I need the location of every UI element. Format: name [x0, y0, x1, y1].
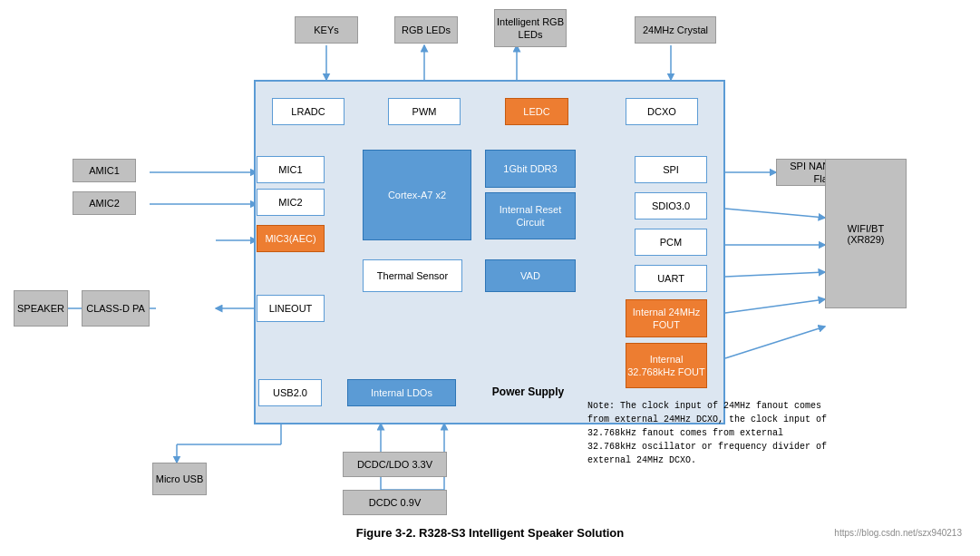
figure-caption: Figure 3-2. R328-S3 Intelligent Speaker … — [356, 526, 624, 540]
svg-line-21 — [725, 299, 825, 313]
note-text: Note: The clock input of 24MHz fanout co… — [587, 399, 832, 467]
url-text: https://blog.csdn.net/szx940213 — [834, 528, 962, 538]
svg-line-18 — [725, 209, 825, 218]
class-d-block: CLASS-D PA — [82, 290, 150, 327]
lradc-block: LRADC — [272, 98, 344, 125]
crystal-block: 24MHz Crystal — [635, 16, 716, 44]
dcdc-33-block: DCDC/LDO 3.3V — [343, 452, 447, 477]
int32-block: Internal 32.768kHz FOUT — [626, 343, 707, 388]
speaker-block: SPEAKER — [14, 290, 68, 327]
keys-block: KEYs — [295, 16, 358, 44]
sdio-block: SDIO3.0 — [635, 192, 707, 219]
svg-line-22 — [725, 327, 825, 358]
usb2-block: USB2.0 — [258, 379, 322, 406]
thermal-block: Thermal Sensor — [363, 259, 462, 292]
dcdc-09-block: DCDC 0.9V — [343, 490, 447, 515]
reset-block: Internal Reset Circuit — [485, 192, 576, 239]
cortex-block: Cortex-A7 x2 — [363, 150, 471, 240]
ledc-block: LEDC — [505, 98, 568, 125]
spi-block: SPI — [635, 156, 707, 183]
vad-block: VAD — [485, 259, 576, 292]
lineout-block: LINEOUT — [257, 295, 325, 322]
amic1-block: AMIC1 — [73, 159, 136, 182]
micro-usb-block: Micro USB — [152, 463, 207, 495]
dcxo-block: DCXO — [626, 98, 698, 125]
ddr3-block: 1Gbit DDR3 — [485, 150, 576, 188]
diagram-container: KEYs RGB LEDs Intelligent RGB LEDs 24MHz… — [0, 0, 980, 556]
rgb-leds-block: RGB LEDs — [394, 16, 458, 44]
wifi-bt-block: WIFI/BT (XR829) — [825, 159, 907, 308]
int24-block: Internal 24MHz FOUT — [626, 299, 707, 337]
mic3-block: MIC3(AEC) — [257, 225, 325, 252]
mic1-block: MIC1 — [257, 156, 325, 183]
amic2-block: AMIC2 — [73, 191, 136, 215]
svg-line-20 — [725, 272, 825, 277]
internal-ldos-block: Internal LDOs — [347, 379, 456, 406]
pcm-block: PCM — [635, 229, 707, 256]
intelligent-rgb-block: Intelligent RGB LEDs — [494, 9, 567, 47]
pwm-block: PWM — [388, 98, 461, 125]
power-supply-block: Power Supply — [476, 379, 580, 406]
mic2-block: MIC2 — [257, 189, 325, 216]
uart-block: UART — [635, 265, 707, 292]
